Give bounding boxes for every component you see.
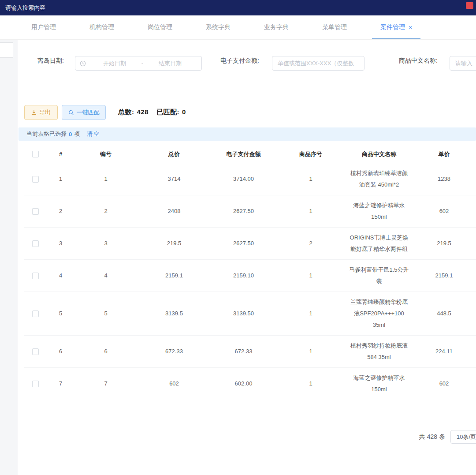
cell-name: 海蓝之谜修护精萃水 150ml xyxy=(349,200,409,223)
cell-unit_price: 219.5 xyxy=(437,238,451,249)
cell-code: 4 xyxy=(104,270,107,281)
cell-unit_price: 602 xyxy=(439,378,449,389)
cell-epay: 602.00 xyxy=(235,378,253,389)
tab-bar: 用户管理机构管理岗位管理系统字典业务字典菜单管理案件管理× xyxy=(0,15,476,40)
row-checkbox[interactable] xyxy=(32,273,39,279)
cell-unit_price: 2159.1 xyxy=(435,270,453,281)
cell-code: 5 xyxy=(104,308,107,319)
cell-name: 兰蔻菁纯臻颜精华粉底液SPF20PA+++100 35ml xyxy=(349,296,409,331)
epay-amount-placeholder: 单值或范围XXX-XXX（仅整数 xyxy=(278,60,354,67)
column-header: 单价 xyxy=(439,149,450,160)
cell-name: ORIGINS韦博士灵芝焕能好底子精华水两件组 xyxy=(349,232,409,255)
cell-index: 6 xyxy=(59,346,62,357)
product-name-input[interactable]: 请输入 xyxy=(450,56,476,71)
row-checkbox[interactable] xyxy=(32,176,39,183)
column-header: 商品中文名称 xyxy=(362,149,396,160)
product-name-placeholder: 请输入 xyxy=(455,60,472,67)
selection-bar: 当前表格已选择 0 项 清空 xyxy=(19,127,476,141)
page-size-value: 10条/页 xyxy=(457,433,476,441)
cell-epay: 672.33 xyxy=(235,346,253,357)
pagination-total: 共 428 条 xyxy=(419,433,445,441)
export-label: 导出 xyxy=(39,108,51,116)
cell-epay: 3714.00 xyxy=(233,173,254,185)
column-header: 总价 xyxy=(168,149,180,160)
match-label: 一键匹配 xyxy=(77,108,100,116)
one-key-match-button[interactable]: 一键匹配 xyxy=(62,105,106,120)
select-all-checkbox[interactable] xyxy=(32,151,39,157)
cell-item_no: 2 xyxy=(309,238,312,249)
cell-total: 219.5 xyxy=(167,238,182,249)
cell-index: 1 xyxy=(59,173,62,185)
global-search-input[interactable]: 请输入搜索内容 xyxy=(5,4,45,12)
cell-total: 2408 xyxy=(168,206,181,217)
total-value: 428 xyxy=(137,108,149,116)
cell-unit_price: 602 xyxy=(439,206,449,217)
tab-3[interactable]: 岗位管理 xyxy=(139,15,181,39)
tab-label: 机构管理 xyxy=(89,23,114,31)
matched-value: 0 xyxy=(182,108,186,116)
product-name-filter-label: 商品中文名称: xyxy=(399,57,438,65)
cell-epay: 2159.10 xyxy=(233,270,254,281)
epay-amount-input[interactable]: 单值或范围XXX-XXX（仅整数 xyxy=(272,56,364,71)
row-checkbox[interactable] xyxy=(32,310,39,317)
table-row: 33219.52627.502ORIGINS韦博士灵芝焕能好底子精华水两件组21… xyxy=(24,228,476,260)
cell-item_no: 1 xyxy=(309,173,312,185)
tab-1[interactable]: 用户管理 xyxy=(23,15,64,39)
row-checkbox[interactable] xyxy=(32,208,39,215)
cell-name: 植村秀新琥珀臻萃洁颜油套装 450ml*2 xyxy=(349,168,409,191)
pagination-bar: 共 428 条 10条/页 xyxy=(0,429,476,445)
row-checkbox[interactable] xyxy=(32,240,39,247)
export-button[interactable]: 导出 xyxy=(24,105,58,120)
cell-epay: 2627.50 xyxy=(233,238,254,249)
cell-name: 海蓝之谜修护精萃水 150ml xyxy=(349,372,409,395)
cell-code: 2 xyxy=(104,206,107,217)
row-checkbox[interactable] xyxy=(32,381,39,387)
tab-label: 案件管理 xyxy=(380,23,405,31)
cell-index: 5 xyxy=(59,308,62,319)
top-bar: 请输入搜索内容 xyxy=(0,0,476,15)
cell-total: 602 xyxy=(169,378,179,389)
tab-6[interactable]: 菜单管理 xyxy=(314,15,355,39)
row-checkbox[interactable] xyxy=(32,348,39,355)
start-date-placeholder[interactable]: 开始日期 xyxy=(88,60,141,67)
amount-filter-label: 电子支付金额: xyxy=(220,57,259,65)
cell-code: 3 xyxy=(104,238,107,249)
date-range-input[interactable]: 开始日期 - 结束日期 xyxy=(75,56,202,71)
cell-epay: 3139.50 xyxy=(233,308,254,319)
cell-item_no: 1 xyxy=(309,206,312,217)
table-row: 1137143714.001植村秀新琥珀臻萃洁颜油套装 450ml*21238 xyxy=(24,163,476,195)
cell-index: 3 xyxy=(59,238,62,249)
table-row: 66672.33672.331植村秀羽纱持妆粉底液 584 35ml224.11 xyxy=(24,336,476,368)
tab-7[interactable]: 案件管理× xyxy=(372,15,420,39)
cell-index: 7 xyxy=(59,378,62,389)
page-size-select[interactable]: 10条/页 xyxy=(450,430,476,444)
tab-close-icon[interactable]: × xyxy=(409,24,412,30)
clock-icon xyxy=(80,60,86,67)
table-row: 77602602.001海蓝之谜修护精萃水 150ml602 xyxy=(24,368,476,398)
download-icon xyxy=(31,110,37,115)
cell-unit_price: 1238 xyxy=(438,173,450,185)
end-date-placeholder[interactable]: 结束日期 xyxy=(143,60,197,67)
cell-item_no: 1 xyxy=(309,346,312,357)
tab-label: 菜单管理 xyxy=(322,23,347,31)
cell-name: 植村秀羽纱持妆粉底液 584 35ml xyxy=(349,340,409,363)
date-filter-label: 离岛日期: xyxy=(37,57,64,65)
tab-4[interactable]: 系统字典 xyxy=(197,15,239,39)
tab-2[interactable]: 机构管理 xyxy=(81,15,123,39)
cell-code: 6 xyxy=(104,346,107,357)
column-header: 电子支付金额 xyxy=(227,149,261,160)
matched-label: 已匹配: xyxy=(156,108,179,116)
tab-label: 用户管理 xyxy=(31,23,56,31)
clear-selection-link[interactable]: 清空 xyxy=(87,130,100,138)
tab-5[interactable]: 业务字典 xyxy=(256,15,297,39)
notification-badge-icon[interactable] xyxy=(466,2,473,9)
table-row: 2224082627.501海蓝之谜修护精萃水 150ml602 xyxy=(24,195,476,228)
column-header: # xyxy=(59,149,62,160)
tab-label: 系统字典 xyxy=(206,23,231,31)
table-row: 553139.53139.501兰蔻菁纯臻颜精华粉底液SPF20PA+++100… xyxy=(24,292,476,336)
selection-count: 0 xyxy=(69,131,72,138)
cell-unit_price: 224.11 xyxy=(435,346,453,357)
table-header-row: #编号总价电子支付金额商品序号商品中文名称单价 xyxy=(24,146,476,163)
tab-label: 业务字典 xyxy=(264,23,289,31)
cell-total: 672.33 xyxy=(165,346,183,357)
